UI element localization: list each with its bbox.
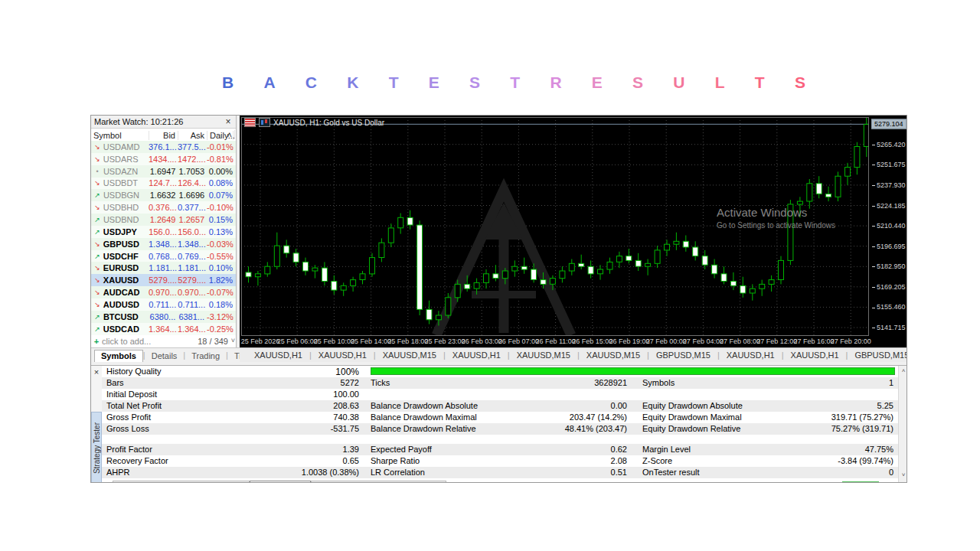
up-arrow-icon: ↗ <box>91 228 103 236</box>
column-ask[interactable]: Ask <box>178 131 207 140</box>
daily-change: 0.10% <box>207 263 236 272</box>
tab-symbols[interactable]: Symbols <box>94 350 143 362</box>
market-watch-row[interactable]: ↗USDBND1.26491.26570.15% <box>91 214 236 226</box>
close-icon[interactable]: × <box>92 368 101 377</box>
market-watch-tabs: Symbols|Details|Trading|Ticks <box>91 347 240 362</box>
ask-value: 1472.... <box>178 155 207 164</box>
market-watch-row[interactable]: ↘AUDUSD0.711...0.711...0.18% <box>91 298 236 311</box>
tab-group-overview-settings-inputs[interactable]: Overview|Settings|Inputs <box>113 481 250 483</box>
close-icon[interactable]: × <box>224 117 233 126</box>
up-arrow-icon: ↗ <box>91 253 103 260</box>
tester-stat-row: Bars5272Ticks3628921Symbols1 <box>102 377 898 389</box>
market-watch-row[interactable]: ↘USDAMD376.1...377.5...-0.01% <box>91 141 236 153</box>
market-watch-row[interactable]: ↗USDCAD1.364...1.364...-0.25% <box>91 323 236 335</box>
ask-value: 1.6696 <box>178 191 207 200</box>
stat-label: Balance Drawdown Relative <box>371 424 476 433</box>
add-symbol-plus-icon[interactable]: + <box>91 337 102 346</box>
stat-value: 0.00 <box>611 401 627 410</box>
scroll-down-icon[interactable]: ˅ <box>231 337 235 344</box>
market-watch-row[interactable]: ↘XAUUSD5279....5279....1.82% <box>91 274 236 286</box>
tester-stat-row: Gross Profit740.38Balance Drawdown Maxim… <box>102 412 898 423</box>
time-axis[interactable]: 25 Feb 202625 Feb 06:0025 Feb 10:0025 Fe… <box>241 337 869 347</box>
title-letter: T <box>510 73 520 92</box>
scroll-down-icon[interactable]: ˅ <box>899 471 907 478</box>
time-tick-label: 27 Feb 00:00 <box>646 337 687 345</box>
chart-tabbar: XAUUSD,H1|XAUUSD,H1|XAUUSD,M15|XAUUSD,H1… <box>240 347 907 362</box>
market-watch-row[interactable]: ↗USDCHF0.768...0.769...-0.55% <box>91 250 236 262</box>
click-to-add[interactable]: click to add... <box>102 337 198 346</box>
column-bid[interactable]: Bid <box>149 131 178 140</box>
price-tick-label: 5155.460 <box>872 303 906 311</box>
down-arrow-icon: ↘ <box>91 301 103 308</box>
symbol-name: XAUUSD <box>103 276 149 285</box>
bid-value: 6380... <box>149 312 178 321</box>
market-watch-row[interactable]: ↘EURUSD1.181...1.181...0.10% <box>91 262 236 274</box>
bid-value: 1.181... <box>149 263 178 272</box>
chart-tab[interactable]: XAUUSD,H1 <box>312 350 374 360</box>
market-watch-row[interactable]: ↗USDJPY156.0...156.0...0.13% <box>91 226 236 238</box>
one-click-trading-icon[interactable] <box>244 118 256 127</box>
market-watch-row[interactable]: ↘USDBHD0.376...0.377...-0.10% <box>91 201 236 214</box>
bid-value: 1.2649 <box>149 215 178 224</box>
market-watch-row[interactable]: ↘GBPUSD1.348...1.348...-0.03% <box>91 238 236 250</box>
ask-value: 1.348... <box>178 240 207 249</box>
bid-value: 124.7... <box>149 178 178 187</box>
symbol-count: 18 / 349 <box>198 337 236 346</box>
candlestick-plot[interactable] <box>241 117 869 336</box>
symbol-name: USDAZN <box>103 167 149 176</box>
chart-tab[interactable]: XAUUSD,H1 <box>784 350 846 360</box>
daily-change: 0.13% <box>207 227 236 236</box>
stat-label: Balance Drawdown Maximal <box>371 412 477 422</box>
tab-backtest[interactable]: Backtest <box>250 481 311 483</box>
daily-change: -0.25% <box>207 324 236 334</box>
market-watch-row[interactable]: ↘USDBDT124.7...126.4...0.08% <box>91 178 236 190</box>
tab-trading[interactable]: Trading <box>185 350 226 362</box>
stat-value: 0.65 <box>343 456 359 465</box>
chart-tab[interactable]: XAUUSD,M15 <box>510 350 577 360</box>
bid-value: 156.0... <box>149 227 178 236</box>
symbol-name: USDBGN <box>103 191 149 200</box>
tab-group-symbols-agents-journal[interactable]: Symbols|Agents|Journal <box>311 481 446 483</box>
scroll-up-icon[interactable]: ˄ <box>225 130 235 139</box>
price-axis[interactable]: 5279.1045265.4205251.6755237.9305224.185… <box>871 117 907 336</box>
tester-scrollbar[interactable]: ˄ ˅ <box>898 366 907 483</box>
chart-tab[interactable]: XAUUSD,H1 <box>446 350 508 360</box>
stat-label: Ticks <box>371 378 390 387</box>
time-tick-label: 25 Feb 10:00 <box>314 337 354 345</box>
bid-value: 376.1... <box>149 142 178 152</box>
stat-value: 3628921 <box>594 378 627 387</box>
time-tick-label: 25 Feb 14:00 <box>351 337 391 345</box>
chart-tab[interactable]: GBPUSD,M15 <box>649 350 717 360</box>
up-arrow-icon: ↗ <box>91 325 103 333</box>
market-watch-row[interactable]: •USDAZN1.69471.70530.00% <box>91 165 236 178</box>
stat-value: 319.71 (75.27%) <box>831 412 893 422</box>
market-watch-row[interactable]: ↗USDBGN1.66321.66960.07% <box>91 189 236 201</box>
daily-change: -0.10% <box>207 203 236 212</box>
time-tick-label: 25 Feb 2026 <box>241 337 280 345</box>
chart-tab[interactable]: XAUUSD,M15 <box>580 350 647 360</box>
time-tick-label: 25 Feb 06:00 <box>277 337 318 345</box>
title-letter: C <box>305 73 317 92</box>
market-watch-row[interactable]: ↘USDARS1434....1472....-0.81% <box>91 153 236 165</box>
column-symbol[interactable]: Symbol <box>91 131 149 140</box>
chart-tab[interactable]: XAUUSD,H1 <box>247 350 309 360</box>
ask-value: 0.970... <box>178 288 207 297</box>
scroll-up-icon[interactable]: ˄ <box>899 367 907 374</box>
daily-change: -0.81% <box>207 155 236 164</box>
down-arrow-icon: ↘ <box>91 204 103 211</box>
stat-label: Bars <box>106 378 124 387</box>
strategy-tester-vertical-tab[interactable]: Strategy Tester <box>91 412 102 483</box>
price-tick-label: 5237.930 <box>872 181 906 189</box>
time-tick-label: 25 Feb 18:00 <box>387 337 428 345</box>
market-watch-row[interactable]: ↘AUDCAD0.970...0.970...-0.07% <box>91 286 236 298</box>
chart-tab[interactable]: GBPUSD,M15 <box>848 350 907 360</box>
down-arrow-icon: ↘ <box>91 143 103 151</box>
chart-tab[interactable]: XAUUSD,M15 <box>376 350 443 360</box>
tab-details[interactable]: Details <box>145 350 184 362</box>
time-tick-label: 27 Feb 12:00 <box>756 337 797 345</box>
chart-tab[interactable]: XAUUSD,H1 <box>720 350 782 360</box>
tester-bottom-tabs: Overview|Settings|InputsBacktestSymbols|… <box>113 481 446 483</box>
chart-type-icon[interactable] <box>259 118 270 127</box>
market-watch-row[interactable]: ↗BTCUSD6380...6381...-3.12% <box>91 311 236 323</box>
stat-label: Equity Drawdown Relative <box>642 424 740 433</box>
